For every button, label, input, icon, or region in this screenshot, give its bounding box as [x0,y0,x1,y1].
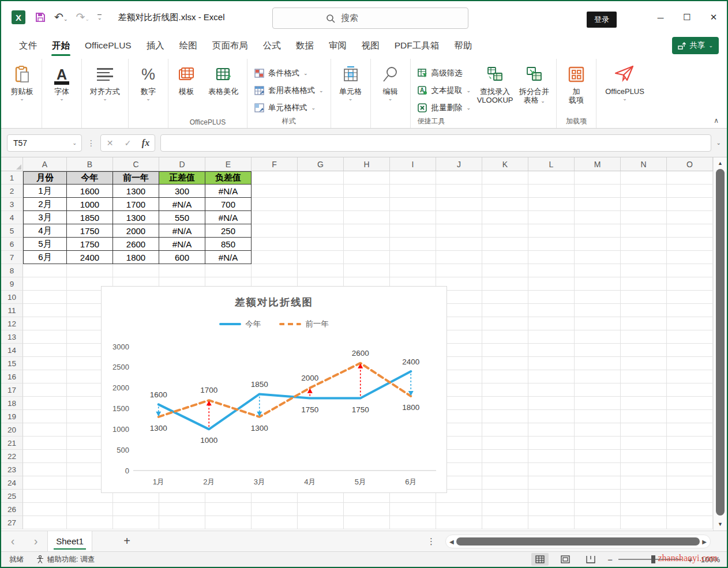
ribbon-tab-文件[interactable]: 文件 [12,33,44,58]
grid-cell-A1[interactable]: 月份 [23,171,67,185]
grid-cell-N10[interactable] [621,291,667,304]
addins-button[interactable]: 加载项 [559,61,594,104]
ribbon-tab-开始[interactable]: 开始 [44,33,77,58]
grid-cell-E2[interactable]: #N/A [205,185,252,198]
text-extract-button[interactable]: A 文本提取⌄ [413,82,476,99]
name-box[interactable]: T57 ⌄ [7,134,82,152]
grid-cell-M24[interactable] [575,476,621,490]
column-header-H[interactable]: H [344,157,390,171]
grid-cell-K7[interactable] [482,251,528,264]
grid-cell-J8[interactable] [436,264,482,277]
grid-cell-K14[interactable] [482,344,528,357]
grid-cell-O14[interactable] [667,344,713,357]
grid-cell-O23[interactable] [667,463,713,476]
grid-cell-E1[interactable]: 负差值 [205,171,252,185]
grid-cell-A9[interactable] [23,277,67,291]
grid-cell-G2[interactable] [298,185,344,198]
grid-cell-C6[interactable]: 2600 [113,238,159,251]
ribbon-tab-插入[interactable]: 插入 [139,33,172,58]
row-header-18[interactable]: 18 [1,397,23,410]
maximize-button[interactable]: ☐ [674,6,700,29]
expand-formula-bar-icon[interactable]: ⌄ [716,140,721,146]
grid-cell-G8[interactable] [298,264,344,277]
grid-cell-N17[interactable] [621,383,667,397]
column-header-E[interactable]: E [205,157,252,171]
grid-cell-L11[interactable] [528,304,575,317]
zoom-out-icon[interactable]: − [607,555,613,565]
grid-cell-M27[interactable] [575,516,621,529]
grid-cell-O1[interactable] [667,171,713,185]
grid-cell-J1[interactable] [436,171,482,185]
column-header-A[interactable]: A [23,157,67,171]
grid-cell-H5[interactable] [344,224,390,238]
grid-cell-N7[interactable] [621,251,667,264]
name-box-dropdown-icon[interactable]: ⌄ [72,140,77,146]
grid-cell-J5[interactable] [436,224,482,238]
grid-cell-K5[interactable] [482,224,528,238]
ribbon-tab-公式[interactable]: 公式 [256,33,288,58]
column-header-F[interactable]: F [252,157,298,171]
column-header-M[interactable]: M [575,157,621,171]
zoom-thumb[interactable] [651,555,655,563]
grid-cell-B7[interactable]: 2400 [67,251,113,264]
grid-cell-M16[interactable] [575,370,621,383]
grid-cell-C26[interactable] [113,503,159,516]
chart[interactable]: 差额对比折线图 今年前一年 0500100015002000250030001月… [101,286,447,493]
grid-cell-K1[interactable] [482,171,528,185]
grid-cell-O26[interactable] [667,503,713,516]
row-header-19[interactable]: 19 [1,410,23,423]
grid-cell-B27[interactable] [67,516,113,529]
grid-cell-N22[interactable] [621,450,667,463]
customize-qat-button[interactable]: ⌄ [97,14,102,21]
grid-cell-L6[interactable] [528,238,575,251]
column-header-G[interactable]: G [298,157,344,171]
grid-cell-H6[interactable] [344,238,390,251]
grid-cell-N8[interactable] [621,264,667,277]
grid-cell-O11[interactable] [667,304,713,317]
grid-cell-A26[interactable] [23,503,67,516]
grid-cell-K8[interactable] [482,264,528,277]
grid-cell-O17[interactable] [667,383,713,397]
grid-cell-C2[interactable]: 1300 [113,185,159,198]
grid-cell-K22[interactable] [482,450,528,463]
grid-cell-G6[interactable] [298,238,344,251]
grid-cell-O19[interactable] [667,410,713,423]
grid-cell-J7[interactable] [436,251,482,264]
minimize-button[interactable]: ─ [647,6,674,29]
grid-cell-L14[interactable] [528,344,575,357]
grid-cell-M19[interactable] [575,410,621,423]
row-header-7[interactable]: 7 [1,251,23,264]
grid-cell-A22[interactable] [23,450,67,463]
grid-cell-L12[interactable] [528,317,575,330]
grid-cell-D27[interactable] [159,516,205,529]
grid-cell-L3[interactable] [528,198,575,211]
grid-cell-F27[interactable] [252,516,298,529]
grid-cell-D8[interactable] [159,264,205,277]
grid-cell-M22[interactable] [575,450,621,463]
grid-cell-F2[interactable] [252,185,298,198]
grid-cell-O27[interactable] [667,516,713,529]
grid-cell-L24[interactable] [528,476,575,490]
font-button[interactable]: A 字体 ⌄ [44,61,79,101]
sheet-nav-left-icon[interactable]: ‹ [1,531,24,551]
grid-cell-N3[interactable] [621,198,667,211]
grid-cell-I1[interactable] [390,171,436,185]
grid-cell-A11[interactable] [23,304,67,317]
column-header-B[interactable]: B [67,157,113,171]
grid-cell-A16[interactable] [23,370,67,383]
grid-cell-L18[interactable] [528,397,575,410]
grid-cell-L5[interactable] [528,224,575,238]
grid-cell-K27[interactable] [482,516,528,529]
grid-cell-L2[interactable] [528,185,575,198]
cell-styles-button[interactable]: 单元格样式⌄ [250,99,328,116]
grid-cell-O3[interactable] [667,198,713,211]
grid-cell-I3[interactable] [390,198,436,211]
grid-cell-C7[interactable]: 1800 [113,251,159,264]
row-header-6[interactable]: 6 [1,238,23,251]
ribbon-tab-页面布局[interactable]: 页面布局 [205,33,256,58]
search-input[interactable]: 搜索 [272,7,468,29]
column-header-L[interactable]: L [528,157,575,171]
grid-cell-A24[interactable] [23,476,67,490]
grid-cell-E7[interactable]: #N/A [205,251,252,264]
grid-cell-D1[interactable]: 正差值 [159,171,205,185]
